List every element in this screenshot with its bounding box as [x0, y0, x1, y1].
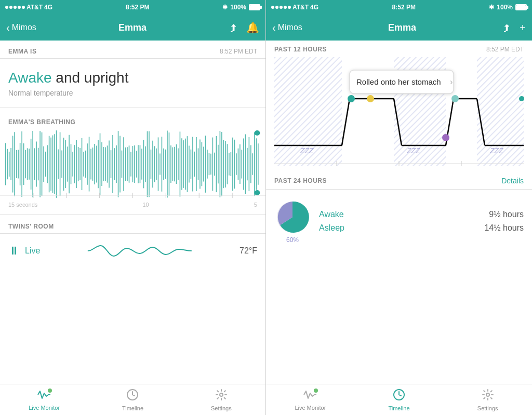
asleep-stat-value: 14½ hours — [484, 223, 524, 233]
tab-settings[interactable]: Settings — [177, 389, 265, 411]
nav-actions: ⮭ 🔔 — [229, 21, 259, 34]
past12-label: PAST 12 HOURS — [274, 46, 327, 53]
tab-timeline-label-right: Timeline — [388, 405, 409, 411]
sleep-svg: ZZZ ZZZ ZZZ Rolled onto her stomach › — [266, 57, 532, 171]
tab-settings-right[interactable]: Settings — [443, 389, 532, 411]
time-label-15: 15 seconds — [8, 202, 37, 208]
status-right: ✱ 100% — [222, 4, 260, 11]
svg-point-181 — [519, 96, 524, 101]
tab-live-label-right: Live Monitor — [295, 405, 326, 411]
signal-dot — [284, 6, 287, 9]
back-label: Mimos — [12, 23, 36, 32]
live-text: Live — [25, 246, 40, 256]
phones-container: AT&T 4G 8:52 PM ✱ 100% ‹ Mimos Emma ⮭ 🔔 — [0, 0, 532, 415]
asleep-stat-label: Asleep — [319, 223, 344, 233]
signal-dot — [275, 6, 278, 9]
left-phone: AT&T 4G 8:52 PM ✱ 100% ‹ Mimos Emma ⮭ 🔔 — [0, 0, 266, 415]
timeline-icon — [126, 389, 139, 404]
back-arrow-icon: ‹ — [6, 22, 10, 34]
emma-is-time: 8:52 PM EDT — [220, 48, 257, 55]
battery-percent-right: 100% — [497, 4, 513, 11]
breathing-label: EMMA'S BREATHING — [0, 113, 265, 128]
past24-label: PAST 24 HOURS — [274, 177, 327, 184]
right-content: PAST 12 HOURS 8:52 PM EDT — [266, 41, 532, 384]
awake-stat-value: 9½ hours — [489, 210, 524, 219]
svg-point-184 — [486, 393, 489, 396]
temperature-text: 72°F — [240, 246, 257, 256]
tab-bar-right: Live Monitor Timeline Se — [266, 384, 532, 415]
asleep-stat-row: Asleep 14½ hours — [319, 223, 524, 233]
signal-dot — [14, 6, 17, 9]
live-dot — [48, 389, 52, 393]
battery-fill — [250, 5, 259, 9]
svg-point-149 — [255, 190, 260, 195]
nav-title: Emma — [118, 22, 147, 33]
status-right-right: ✱ 100% — [489, 4, 527, 11]
divider — [0, 58, 265, 59]
sleep-chart: ZZZ ZZZ ZZZ Rolled onto her stomach › — [266, 57, 532, 171]
time-label: 8:52 PM — [126, 4, 149, 11]
emma-is-header: EMMA IS 8:52 PM EDT — [0, 41, 265, 58]
awake-line: Awake and upright — [8, 69, 257, 87]
temp-label: Normal temperature — [8, 89, 257, 97]
carrier-label: AT&T — [26, 4, 43, 11]
pause-icon[interactable]: ⏸ — [8, 244, 20, 258]
nav-bar-left: ‹ Mimos Emma ⮭ 🔔 — [0, 15, 265, 41]
battery-icon — [249, 4, 260, 10]
chart-time-labels: 15 seconds 10 5 — [0, 200, 265, 209]
svg-text:ZZZ: ZZZ — [406, 146, 420, 155]
share-icon-right[interactable]: ⮭ — [502, 22, 512, 34]
wave-svg — [45, 243, 234, 259]
awake-word: Awake — [8, 70, 52, 86]
tab-live-monitor[interactable]: Live Monitor — [0, 389, 88, 411]
tab-bar-left: Live Monitor Timeline Se — [0, 384, 265, 415]
status-bar-left: AT&T 4G 8:52 PM ✱ 100% — [0, 0, 265, 15]
signal-dot — [18, 6, 21, 9]
awake-rest: and upright — [56, 70, 128, 86]
bluetooth-icon-right: ✱ — [489, 4, 494, 11]
share-icon[interactable]: ⮭ — [229, 22, 239, 34]
carrier-right: AT&T — [292, 4, 309, 11]
divider-24 — [266, 189, 532, 190]
room-label: TWINS' ROOM — [0, 220, 265, 233]
tab-timeline-right[interactable]: Timeline — [355, 389, 444, 411]
time-label-5: 5 — [254, 202, 257, 208]
left-content: EMMA IS 8:52 PM EDT Awake and upright No… — [0, 41, 265, 384]
details-link[interactable]: Details — [501, 177, 524, 185]
battery-fill-right — [516, 5, 526, 9]
nav-title-right: Emma — [388, 22, 416, 33]
plus-icon[interactable]: + — [520, 22, 526, 34]
signal-dot — [9, 6, 12, 9]
battery-icon-right — [515, 4, 527, 10]
room-info: ⏸ Live 72°F — [0, 239, 265, 267]
tab-timeline-label: Timeline — [122, 405, 143, 411]
pie-container: 60% — [274, 199, 311, 244]
svg-point-148 — [255, 130, 260, 136]
live-monitor-icon — [37, 389, 51, 404]
tab-timeline[interactable]: Timeline — [88, 389, 177, 411]
settings-icon — [215, 389, 228, 404]
live-dot-right — [314, 389, 318, 393]
right-phone: AT&T 4G 8:52 PM ✱ 100% ‹ Mimos Emma ⮭ + — [266, 0, 532, 415]
tab-live-monitor-right[interactable]: Live Monitor — [266, 389, 355, 411]
tab-live-label: Live Monitor — [29, 405, 60, 411]
breathing-section: EMMA'S BREATHING // Will be drawn via JS… — [0, 108, 265, 209]
signal-dots — [5, 6, 25, 9]
nav-actions-right: ⮭ + — [502, 22, 526, 34]
live-monitor-icon-right — [303, 389, 317, 404]
network-right: 4G — [310, 4, 318, 11]
emma-is-label: EMMA IS — [8, 48, 36, 55]
sleep-stats: 60% Awake 9½ hours Asleep 14½ hours — [266, 195, 532, 252]
signal-dot — [271, 6, 274, 9]
svg-point-176 — [442, 134, 449, 141]
divider — [0, 214, 265, 215]
timeline-icon-right — [393, 389, 405, 404]
back-button[interactable]: ‹ Mimos — [6, 22, 36, 34]
pie-percent: 60% — [286, 236, 299, 244]
nav-bar-right: ‹ Mimos Emma ⮭ + — [266, 15, 532, 41]
bell-icon[interactable]: 🔔 — [246, 21, 259, 34]
room-section: TWINS' ROOM ⏸ Live 72°F — [0, 209, 265, 267]
time-right: 8:52 PM — [392, 4, 416, 11]
past12-time: 8:52 PM EDT — [486, 46, 524, 53]
back-button-right[interactable]: ‹ Mimos — [272, 22, 302, 34]
